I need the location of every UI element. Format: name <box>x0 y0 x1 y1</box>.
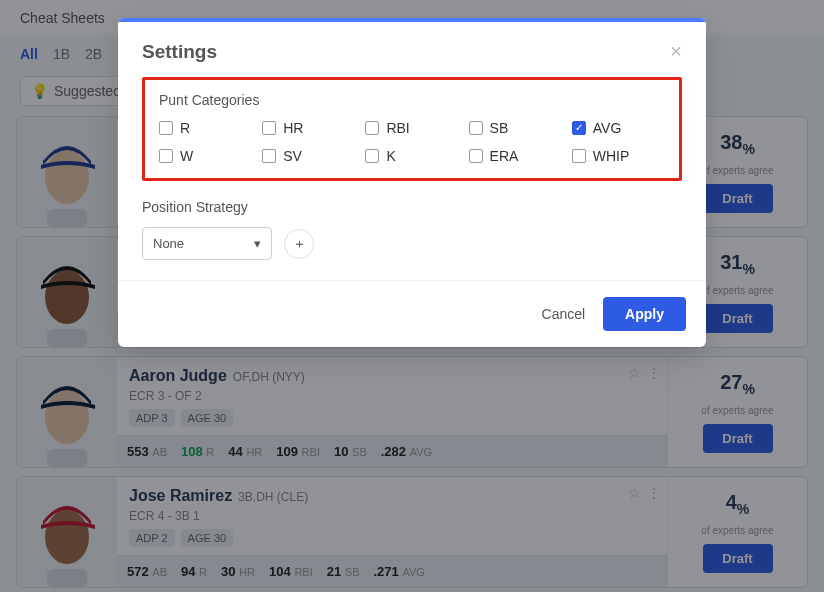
position-strategy-select[interactable]: None ▾ <box>142 227 272 260</box>
apply-button[interactable]: Apply <box>603 297 686 331</box>
punt-check-sv[interactable]: SV <box>262 148 355 164</box>
punt-categories-section: Punt Categories RHRRBISBAVGWSVKERAWHIP <box>142 77 682 181</box>
checkbox-icon <box>159 121 173 135</box>
checkbox-label: R <box>180 120 190 136</box>
checkbox-label: AVG <box>593 120 622 136</box>
checkbox-icon <box>365 149 379 163</box>
punt-check-avg[interactable]: AVG <box>572 120 665 136</box>
modal-title: Settings <box>142 41 217 63</box>
punt-check-r[interactable]: R <box>159 120 252 136</box>
checkbox-label: K <box>386 148 395 164</box>
checkbox-label: HR <box>283 120 303 136</box>
checkbox-label: ERA <box>490 148 519 164</box>
checkbox-icon <box>262 149 276 163</box>
add-strategy-button[interactable]: ＋ <box>284 229 314 259</box>
settings-modal: Settings × Punt Categories RHRRBISBAVGWS… <box>118 18 706 347</box>
chevron-down-icon: ▾ <box>254 236 261 251</box>
checkbox-label: SV <box>283 148 302 164</box>
checkbox-label: SB <box>490 120 509 136</box>
select-value: None <box>153 236 184 251</box>
punt-check-rbi[interactable]: RBI <box>365 120 458 136</box>
cancel-button[interactable]: Cancel <box>542 306 586 322</box>
punt-check-k[interactable]: K <box>365 148 458 164</box>
checkbox-icon <box>572 149 586 163</box>
punt-categories-title: Punt Categories <box>159 92 665 108</box>
checkbox-icon <box>159 149 173 163</box>
checkbox-label: RBI <box>386 120 409 136</box>
checkbox-icon <box>572 121 586 135</box>
checkbox-icon <box>365 121 379 135</box>
punt-check-hr[interactable]: HR <box>262 120 355 136</box>
checkbox-label: WHIP <box>593 148 630 164</box>
close-icon[interactable]: × <box>670 40 682 63</box>
punt-check-sb[interactable]: SB <box>469 120 562 136</box>
punt-check-era[interactable]: ERA <box>469 148 562 164</box>
position-strategy-section: Position Strategy None ▾ ＋ <box>142 199 682 260</box>
checkbox-label: W <box>180 148 193 164</box>
checkbox-icon <box>469 149 483 163</box>
position-strategy-title: Position Strategy <box>142 199 682 215</box>
checkbox-icon <box>262 121 276 135</box>
punt-check-whip[interactable]: WHIP <box>572 148 665 164</box>
checkbox-icon <box>469 121 483 135</box>
punt-check-w[interactable]: W <box>159 148 252 164</box>
